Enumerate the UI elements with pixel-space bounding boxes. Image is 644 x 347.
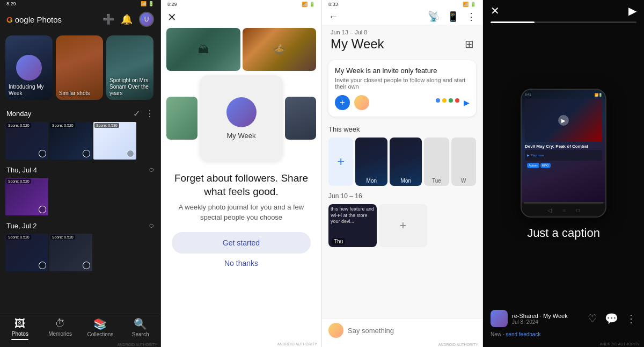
nav-search[interactable]: 🔍 Search xyxy=(120,317,160,340)
close-button[interactable]: ✕ xyxy=(167,11,177,24)
week-day-plain-w: W xyxy=(451,138,476,186)
score-badge: Score: 0.520 xyxy=(50,123,75,128)
time-1: 8:29 xyxy=(6,1,16,6)
comment-icon[interactable]: 💬 xyxy=(605,312,618,325)
photo-thumb[interactable]: Score: 0.530 xyxy=(93,122,136,160)
panel4-content: 9:41 📶🔋 ▶ Devil May Cry: Peak of Combat … xyxy=(483,23,644,306)
phone-nav-2: ○ xyxy=(562,207,566,213)
panel4-top-bar: ✕ ▶ xyxy=(483,0,644,21)
prev-week-range: Jun 10 – 16 xyxy=(328,192,476,200)
app-logo: G oogle Photos xyxy=(6,15,62,24)
prev-week-row: this new feature and Wi-Fi at the store … xyxy=(328,204,476,247)
week-day-card-mon-1[interactable]: Mon xyxy=(355,138,387,186)
nav-photos[interactable]: 🖼 Photos xyxy=(0,317,40,340)
google-text: oogle xyxy=(15,15,35,24)
dot-blue xyxy=(436,98,440,103)
comment-bar xyxy=(322,318,482,342)
watermark-3: ANDROID AUTHORITY xyxy=(322,342,482,347)
memory-card-introducing[interactable]: Introducing My Week xyxy=(5,35,53,100)
select-circle xyxy=(39,150,46,157)
memory-cards-row: Introducing My Week Similar shots Spotli… xyxy=(0,31,160,104)
shadow-photo-left xyxy=(166,97,197,140)
more-vert-icon[interactable]: ⋮ xyxy=(145,109,154,119)
collage-area: 🏔 🍲 My Week xyxy=(161,26,321,165)
memory-card-spotlight[interactable]: Spotlight on Mrs. Sonam Over the years xyxy=(106,35,153,100)
prev-week-add-button[interactable]: + xyxy=(379,204,427,247)
no-thanks-button[interactable]: No thanks xyxy=(161,254,321,273)
week-day-label-mon-1: Mon xyxy=(355,178,387,184)
send-feedback-link[interactable]: send feedback xyxy=(506,331,540,337)
score-badge-tue-1: Score: 0.520 xyxy=(6,235,31,240)
check-circle-icon-tue[interactable]: ○ xyxy=(149,221,154,230)
check-circle-icon-thu[interactable]: ○ xyxy=(149,165,154,175)
landscape-photo: 🏔 xyxy=(166,28,240,71)
back-button[interactable]: ← xyxy=(328,11,338,23)
tablet-icon[interactable]: 📱 xyxy=(447,11,459,23)
bell-icon[interactable]: 🔔 xyxy=(121,13,133,25)
phone-ui-row: ▶ Play now xyxy=(525,150,602,161)
section-title-thu: Thu, Jul 4 xyxy=(6,166,37,174)
add-button[interactable]: ➕ xyxy=(103,13,114,25)
phone-nav-3: □ xyxy=(576,207,580,213)
week-day-card-mon-2[interactable]: Mon xyxy=(390,138,422,186)
more-options-icon[interactable]: ⋮ xyxy=(626,312,636,325)
score-badge: Score: 0.530 xyxy=(94,123,119,128)
invite-card: My Week is an invite only feature Invite… xyxy=(328,60,476,117)
panel3-title: My Week ⊞ xyxy=(322,37,482,56)
nav-memories[interactable]: ⏱ Memories xyxy=(40,317,80,340)
section-icons: ✓ ⋮ xyxy=(133,109,154,119)
invite-avatar xyxy=(354,95,369,110)
avatar[interactable]: U xyxy=(139,12,154,27)
memories-icon: ⏱ xyxy=(55,317,65,330)
dot-green xyxy=(449,98,453,103)
close-icon[interactable]: ✕ xyxy=(491,4,500,17)
phone-time: 9:41 xyxy=(525,93,531,97)
section-header-thu: Thu, Jul 4 ○ xyxy=(0,161,160,177)
phone-tag-2: RPG xyxy=(540,163,551,168)
section-title-monday: Monday xyxy=(6,110,31,118)
food-photo: 🍲 xyxy=(243,28,317,71)
photo-thumb[interactable]: Score: 0.520 xyxy=(49,122,92,160)
play-icon[interactable]: ▶ xyxy=(628,4,636,17)
invite-add-button[interactable]: + xyxy=(335,95,350,110)
memory-card-similar[interactable]: Similar shots xyxy=(56,35,103,100)
arrow-icon: ▶ xyxy=(464,98,470,107)
phone-game-image: ▶ xyxy=(525,99,602,142)
shadow-photo-right xyxy=(285,97,316,140)
panel2-headline: Forget about followers. Share what feels… xyxy=(174,172,309,198)
time-2: 8:29 xyxy=(167,2,177,7)
panel2-top-bar: ✕ xyxy=(161,9,321,26)
more-icon[interactable]: ⋮ xyxy=(466,11,476,23)
nav-collections[interactable]: 📚 Collections xyxy=(80,317,121,340)
action-icons: ♡ 💬 ⋮ xyxy=(588,312,636,325)
watermark-1: ANDROID AUTHORITY xyxy=(0,342,160,347)
status-icons-2: 📶 🔋 xyxy=(302,2,315,7)
week-day-plain-label-w: W xyxy=(461,178,466,184)
photo-thumb[interactable]: Score: 0.520 xyxy=(5,122,48,160)
week-day-plain-tue: Tue xyxy=(424,138,449,186)
this-week-label: This week xyxy=(328,125,476,133)
photo-thumb-tue-2[interactable]: Score: 0.520 xyxy=(49,234,92,271)
photo-thumb-thu[interactable]: Score: 0.520 xyxy=(5,178,48,215)
comment-input[interactable] xyxy=(348,327,476,335)
invite-card-subtitle: Invite your closest people to follow alo… xyxy=(335,77,470,90)
phone-status: 9:41 📶🔋 xyxy=(525,93,602,97)
cast-icon[interactable]: 📡 xyxy=(428,11,440,23)
center-card-avatar xyxy=(226,97,257,127)
prev-week-card-thu[interactable]: this new feature and Wi-Fi at the store … xyxy=(328,204,377,247)
spotlight-card-label: Spotlight on Mrs. Sonam Over the years xyxy=(109,77,150,97)
add-week-day-button[interactable]: + xyxy=(328,138,353,186)
check-circle-icon[interactable]: ✓ xyxy=(133,109,140,119)
photos-text: Photos xyxy=(36,15,62,24)
watermark-4: ANDROID AUTHORITY xyxy=(483,342,644,347)
like-icon[interactable]: ♡ xyxy=(588,312,597,325)
nav-indicator xyxy=(11,339,28,340)
status-bar-3: 8:33 📶 🔋 xyxy=(322,0,482,9)
grid-view-icon[interactable]: ⊞ xyxy=(465,38,474,50)
photo-thumb-tue-1[interactable]: Score: 0.520 xyxy=(5,234,48,271)
shared-avatar xyxy=(491,310,508,327)
score-badge-thu: Score: 0.520 xyxy=(6,179,31,184)
status-bar-2: 8:29 📶 🔋 xyxy=(161,0,321,9)
get-started-button[interactable]: Get started xyxy=(172,232,311,254)
invite-dots: ▶ xyxy=(436,98,470,107)
